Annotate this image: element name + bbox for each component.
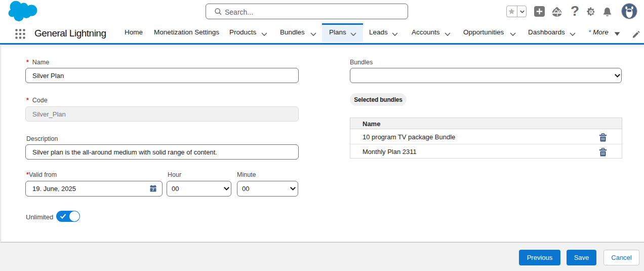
- svg-text:7: 7: [152, 188, 154, 191]
